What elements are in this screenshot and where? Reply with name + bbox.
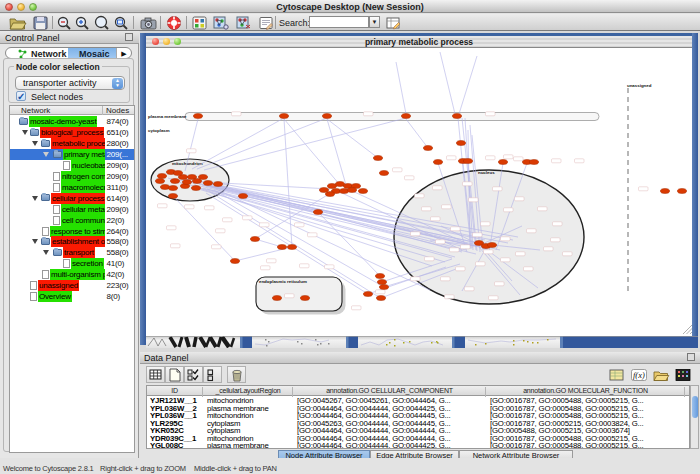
svg-text:nucleus: nucleus xyxy=(478,170,495,175)
svg-text:endoplasmic reticulum: endoplasmic reticulum xyxy=(259,279,307,284)
svg-text:f(x): f(x) xyxy=(633,370,645,380)
svg-text:cytoplasm: cytoplasm xyxy=(148,128,170,133)
svg-text:unassigned: unassigned xyxy=(627,83,652,88)
svg-text:plasma membrane: plasma membrane xyxy=(148,114,187,119)
